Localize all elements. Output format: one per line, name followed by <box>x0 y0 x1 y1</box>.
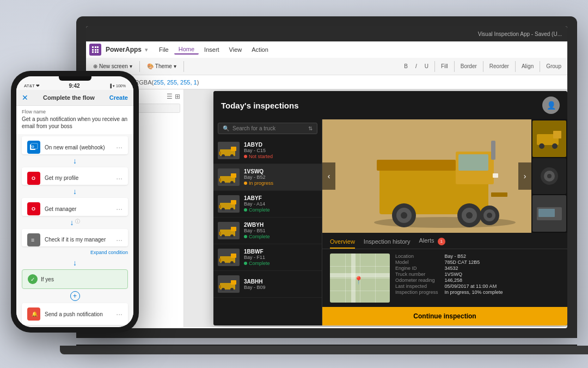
truck-id: 1ABYD <box>244 142 317 148</box>
step-options-button[interactable]: ··· <box>116 174 122 183</box>
truck-number-label: Truck number <box>395 272 438 277</box>
truck-list: 🔍 Search for a truck ⇅ <box>213 119 322 325</box>
truck-search[interactable]: 🔍 Search for a truck ⇅ <box>218 123 317 134</box>
list-item[interactable]: 1ABYF Bay - A14 Complete <box>213 191 322 218</box>
formula-content: RGBA(255, 255, 255, 1) <box>134 79 199 86</box>
last-inspected-value: 05/09/2017 at 11:00 AM <box>445 283 560 289</box>
laptop-body: Visual Inspection App - Saved (U... Powe… <box>76 16 577 338</box>
list-item[interactable]: 1ABYD Bay - C15 Not started <box>213 137 322 164</box>
next-image-button[interactable]: › <box>518 162 531 190</box>
engine-label: Engine ID <box>395 266 438 271</box>
sidebar-icons: ☰ ⊞ <box>167 93 180 100</box>
list-item[interactable]: 1VSWQ Bay - B52 In progress <box>213 164 322 191</box>
phone-screen: AT&T ❤ 9:42 ▐ ▾ 100% ✕ Complete the flow… <box>16 76 133 327</box>
connector-4: ↓ <box>22 258 128 267</box>
inspection-body: 🔍 Search for a truck ⇅ <box>213 119 567 325</box>
step-text: Check if it is my manager <box>45 237 112 243</box>
menu-action[interactable]: Action <box>247 45 273 54</box>
thumbnail-3[interactable] <box>532 195 566 232</box>
svg-point-53 <box>547 174 552 178</box>
sort-icon[interactable]: ⇅ <box>308 125 313 131</box>
truck-bay: Bay - B51 <box>244 228 317 233</box>
inspection-details: 📍 Location Bay - B52 Model 785D CAT 12B5 <box>322 249 567 307</box>
status-dot <box>244 235 247 238</box>
create-button[interactable]: Create <box>109 94 128 101</box>
expand-condition-link[interactable]: Expand condition <box>22 249 128 256</box>
truck-bay: Bay - B09 <box>244 285 317 290</box>
step-inner: ☰ Check if it is my manager ··· <box>22 229 128 247</box>
connector-5: + <box>22 291 128 301</box>
flow-name-text: Get a push notification when you receive… <box>16 116 133 134</box>
tab-overview[interactable]: Overview <box>330 238 355 248</box>
flow-steps-list: O On new email (webhook) ··· ↓ O Get my … <box>16 134 133 327</box>
underline-button[interactable]: U <box>422 62 431 70</box>
step-text: On new email (webhook) <box>45 144 112 150</box>
location-value: Bay - B52 <box>445 254 560 259</box>
office-icon-2: O <box>27 202 40 215</box>
theme-button[interactable]: 🎨 Theme ▾ <box>143 62 180 71</box>
step-options-button[interactable]: ··· <box>116 204 122 213</box>
tab-alerts[interactable]: Alerts 1 <box>419 237 445 249</box>
phone-notch <box>59 76 91 81</box>
push-options-button[interactable]: ··· <box>116 310 122 318</box>
svg-rect-9 <box>219 178 221 182</box>
svg-point-50 <box>552 143 558 149</box>
close-button[interactable]: ✕ <box>22 93 28 102</box>
status-text: Not started <box>249 154 273 159</box>
prev-image-button[interactable]: ‹ <box>322 162 335 190</box>
truck-info: 1BBWF Bay - F11 Complete <box>244 249 317 266</box>
menu-home[interactable]: Home <box>174 45 199 55</box>
new-screen-icon: ⊕ <box>93 63 97 69</box>
grid-view-icon[interactable]: ⊞ <box>175 93 180 100</box>
fill-button[interactable]: Fill <box>438 62 451 70</box>
step-inner: O Get my profile ··· <box>22 167 128 185</box>
menu-bar: PowerApps ▾ File Home Insert View Action <box>86 41 567 58</box>
connector-2: ↓ <box>22 187 128 196</box>
menu-file[interactable]: File <box>155 45 173 54</box>
list-item[interactable]: 1BBWF Bay - F11 Complete <box>213 244 322 271</box>
tab-inspection-history[interactable]: Inspection history <box>364 238 411 248</box>
thumbnail-2[interactable] <box>532 158 566 195</box>
new-screen-button[interactable]: ⊕ New screen ▾ <box>89 62 136 71</box>
list-view-icon[interactable]: ☰ <box>167 93 173 100</box>
if-yes-step: ✓ If yes <box>22 269 128 289</box>
separator-3 <box>434 61 435 72</box>
truck-status: Complete <box>244 261 317 266</box>
alerts-badge: 1 <box>438 238 445 245</box>
truck-status: Complete <box>244 234 317 239</box>
svg-rect-44 <box>491 141 495 160</box>
bold-button[interactable]: B <box>401 62 411 70</box>
svg-rect-6 <box>231 173 236 178</box>
status-dot <box>244 182 247 185</box>
svg-text:🔔: 🔔 <box>32 311 38 317</box>
step-get-manager: O Get manager ··· <box>22 198 128 216</box>
time-display: 9:42 <box>69 83 80 89</box>
continue-inspection-button[interactable]: Continue inspection <box>322 307 567 325</box>
reorder-button[interactable]: Reorder <box>487 62 512 70</box>
list-item[interactable]: 2WBYH Bay - B51 Complete <box>213 218 322 244</box>
list-item[interactable]: 3ABHH Bay - B09 <box>213 271 322 298</box>
menu-view[interactable]: View <box>225 45 247 54</box>
truck-bay: Bay - F11 <box>244 255 317 260</box>
menu-insert[interactable]: Insert <box>200 45 224 54</box>
align-button[interactable]: Align <box>519 62 536 70</box>
laptop-base <box>60 346 588 354</box>
svg-point-43 <box>487 213 492 218</box>
step-options-button[interactable]: ··· <box>116 143 122 152</box>
svg-rect-1 <box>231 147 236 151</box>
truck-id: 1VSWQ <box>244 168 317 174</box>
add-step-icon[interactable]: + <box>70 291 80 301</box>
truck-info: 1VSWQ Bay - B52 In progress <box>244 168 317 186</box>
italic-button[interactable]: / <box>413 62 420 70</box>
location-label: Location <box>395 254 438 259</box>
step-options-button[interactable]: ··· <box>116 236 122 244</box>
truck-bay: Bay - B52 <box>244 174 317 180</box>
check-icon: ☰ <box>27 233 40 246</box>
separator-2 <box>183 61 184 72</box>
push-step-text: Send a push notification <box>45 311 112 317</box>
canvas-area: Today's inspections 👤 🔍 Search for a tru… <box>184 89 567 327</box>
model-label: Model <box>395 260 438 265</box>
border-button[interactable]: Border <box>458 62 480 70</box>
thumbnail-1[interactable] <box>532 120 566 157</box>
group-button[interactable]: Group <box>543 62 564 70</box>
